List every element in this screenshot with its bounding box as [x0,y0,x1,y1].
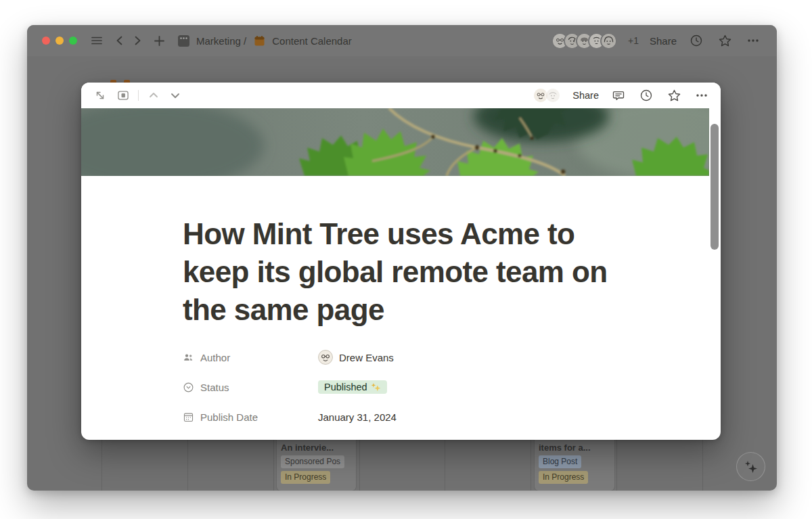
ai-assistant-button[interactable] [736,452,765,481]
tag-sponsored-post: Sponsored Pos [281,455,344,468]
modal-scrollbar-thumb[interactable] [710,124,719,250]
close-window-button[interactable] [42,37,50,45]
calendar-card[interactable]: Acme Pulse? An intervie... Sponsored Pos… [277,432,356,491]
property-row-author: Author Drew Evans [183,349,643,365]
updates-clock-icon[interactable] [687,31,705,50]
tag-in-progress: In Progress [539,471,588,484]
status-badge[interactable]: Published [318,380,387,394]
more-options-icon[interactable] [694,87,710,104]
tag-in-progress: In Progress [281,471,330,484]
property-row-publish-date: Publish Date January 31, 2024 [183,409,643,425]
favorite-star-icon[interactable] [666,87,682,104]
member-avatars[interactable] [551,32,617,49]
favorite-star-icon[interactable] [716,31,734,50]
page-title[interactable]: How Mint Tree uses Acme to keep its glob… [183,215,616,329]
property-row-status: Status Published [183,379,643,395]
next-page-icon[interactable] [167,87,183,104]
property-label[interactable]: Status [183,382,318,393]
avatar[interactable] [600,32,617,49]
property-label[interactable]: Publish Date [183,411,318,423]
avatar[interactable] [545,87,561,104]
back-icon[interactable] [111,31,129,50]
more-options-icon[interactable] [744,31,762,50]
toolbar-divider [138,90,139,101]
viewer-avatars[interactable] [533,87,561,104]
traffic-lights [42,37,77,45]
modal-toolbar: Share [81,83,721,108]
tag-blog-post: Blog Post [539,455,581,468]
card-title: items for a... [539,443,610,453]
property-label[interactable]: Author [183,352,318,363]
page-peek-modal: Share [81,83,721,440]
calendar-card[interactable]: 10 critical items for a... Blog Post In … [535,432,614,491]
forward-icon[interactable] [129,31,146,50]
updates-clock-icon[interactable] [638,87,654,104]
breadcrumb-section[interactable]: Marketing / [196,35,246,47]
minimize-window-button[interactable] [55,37,64,45]
avatars-overflow-count[interactable]: +1 [628,35,639,46]
avatar-drew-evans [318,350,333,365]
property-value-publish-date[interactable]: January 31, 2024 [318,411,397,423]
property-value-author[interactable]: Drew Evans [318,350,394,365]
share-button[interactable]: Share [650,35,677,47]
cover-image [81,108,709,176]
zoom-window-button[interactable] [69,37,77,45]
side-peek-icon[interactable] [115,87,131,104]
app-window: Marketing / Content Calendar +1 Share [27,25,777,491]
card-title: An intervie... [281,443,352,453]
property-value-status[interactable]: Published [318,380,387,394]
sparkles-emoji-icon [371,382,381,392]
previous-page-icon[interactable] [145,87,162,104]
share-button[interactable]: Share [572,90,599,101]
comments-icon[interactable] [610,87,627,104]
calendar-icon [183,411,194,423]
sidebar-menu-icon[interactable] [88,31,106,50]
breadcrumb-page[interactable]: Content Calendar [272,35,352,47]
new-page-icon[interactable] [150,31,168,50]
page-content: How Mint Tree uses Acme to keep its glob… [183,215,643,438]
people-icon [183,352,194,363]
sparkles-icon [744,459,759,474]
window-header: Marketing / Content Calendar +1 Share [27,25,777,56]
content-calendar-icon [250,31,268,50]
marketing-page-icon [175,31,192,50]
expand-page-icon[interactable] [92,87,108,104]
status-select-icon [183,382,194,393]
